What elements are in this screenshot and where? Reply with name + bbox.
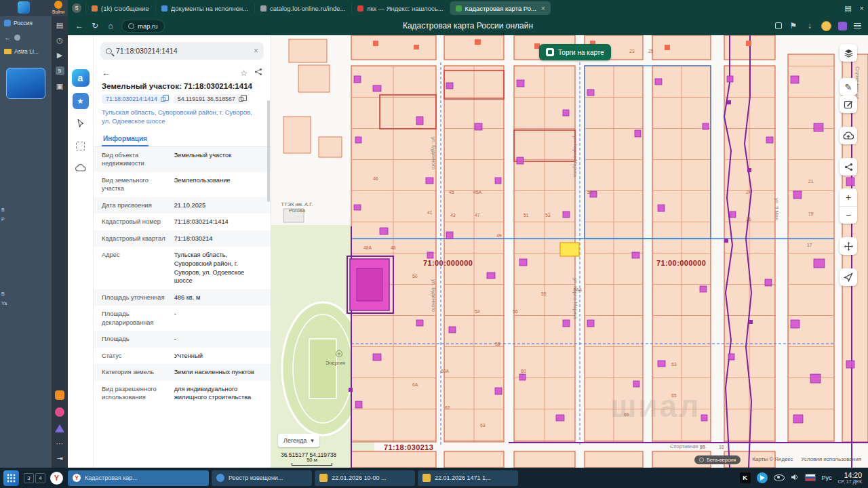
browser-tab[interactable]: catalog.lot-online.ru/inde... bbox=[254, 1, 351, 15]
torgi-button[interactable]: Торги на карте bbox=[539, 44, 611, 60]
logout-icon[interactable]: ⇥ bbox=[56, 455, 62, 462]
taskbar-window-button[interactable]: Реестр извещени... bbox=[212, 470, 312, 486]
tab-list-icon[interactable]: ▤ bbox=[844, 4, 851, 13]
profile-avatar[interactable] bbox=[821, 21, 831, 31]
triangle-app-icon[interactable] bbox=[55, 424, 64, 432]
tab-close-icon[interactable]: × bbox=[541, 5, 545, 12]
fm-refresh-icon[interactable] bbox=[14, 35, 20, 41]
language-label[interactable]: Рус bbox=[822, 474, 832, 481]
language-flag-icon[interactable] bbox=[805, 474, 816, 481]
rail-badge[interactable]: 5 bbox=[56, 66, 64, 75]
browser-tab[interactable]: Документы на исполнен... bbox=[155, 1, 254, 15]
notification-badge[interactable]: 5 bbox=[72, 3, 81, 13]
fm-bookmark-row[interactable]: Astra Li... bbox=[0, 45, 52, 58]
browser-tab[interactable]: (1k) Сообщение bbox=[85, 1, 155, 15]
tab-title: пкк — Яндекс: нашлось... bbox=[367, 5, 443, 12]
menu-icon[interactable] bbox=[854, 23, 861, 29]
pan-button[interactable] bbox=[840, 237, 857, 255]
bookmarks-icon[interactable]: ⚑ bbox=[789, 21, 798, 30]
map-area[interactable]: ул. Буденногоул. Буденногоул. Карла Марк… bbox=[271, 35, 868, 468]
copy-icon[interactable] bbox=[161, 97, 165, 102]
object-title: Земельный участок: 71:18:030214:1414 bbox=[94, 81, 271, 93]
clock-icon[interactable]: ◷ bbox=[56, 37, 63, 44]
start-button[interactable] bbox=[3, 470, 19, 486]
downloads-icon[interactable]: ↓ bbox=[805, 21, 814, 30]
draw-button[interactable]: ✎ bbox=[840, 78, 857, 96]
copy-icon[interactable] bbox=[239, 97, 243, 102]
login-widget[interactable]: Войти bbox=[50, 1, 66, 14]
taskbar-window-button[interactable]: YКадастровая кар... bbox=[68, 470, 209, 486]
info-value: Земельный участок bbox=[174, 151, 262, 168]
taskbar-window-favicon bbox=[422, 474, 431, 482]
info-value: Учтенный bbox=[174, 352, 262, 361]
layers-button[interactable] bbox=[840, 44, 857, 62]
terms-link[interactable]: Условия использования bbox=[801, 456, 861, 462]
beta-icon bbox=[699, 458, 704, 462]
site-logo[interactable]: a bbox=[72, 69, 90, 87]
object-address-link[interactable]: Тульская область, Суворовский район, г. … bbox=[94, 108, 271, 131]
back-icon[interactable]: ← bbox=[75, 21, 84, 30]
fm-back-icon[interactable]: ← bbox=[4, 33, 12, 41]
fm-location-row[interactable]: Россия bbox=[0, 16, 52, 30]
info-row: Вид разрешенного использованиядля индиви… bbox=[94, 381, 271, 406]
address-bar[interactable]: map.ru bbox=[121, 20, 165, 33]
clock[interactable]: 14:20 СР, 17 ДЕК bbox=[837, 471, 862, 485]
coordinates-chip[interactable]: 54.119191 36.518567 bbox=[174, 94, 248, 104]
torgi-label: Торги на карте bbox=[558, 49, 604, 56]
zoom-out-button[interactable]: − bbox=[840, 207, 857, 224]
cloud-tool-button[interactable] bbox=[73, 160, 89, 176]
browser-tab[interactable]: Кадастровая карта Ро...× bbox=[450, 1, 551, 15]
measure-tool-button[interactable] bbox=[73, 138, 89, 154]
panel-scrollbar[interactable] bbox=[267, 100, 270, 202]
locate-button[interactable] bbox=[840, 268, 857, 286]
workspace-cell[interactable]: 4 bbox=[35, 473, 45, 483]
workspace-cell[interactable]: 3 bbox=[24, 473, 34, 483]
fm-nav-row: ← bbox=[0, 30, 52, 45]
home-icon[interactable]: ⌂ bbox=[106, 21, 115, 30]
zoom-in-button[interactable]: + bbox=[840, 188, 857, 207]
copyright-label: Карты © Яндекс bbox=[752, 456, 793, 462]
browser-tab[interactable]: пкк — Яндекс: нашлось... bbox=[351, 1, 448, 15]
scale-line bbox=[292, 463, 332, 466]
extensions-icon[interactable] bbox=[775, 22, 782, 29]
upload-button[interactable] bbox=[840, 127, 857, 144]
volume-icon[interactable] bbox=[791, 472, 799, 484]
info-value: Землепользование bbox=[174, 176, 262, 193]
legend-button[interactable]: Легенда ▾ bbox=[278, 434, 319, 447]
panel-back-button[interactable]: ← bbox=[102, 68, 111, 78]
taskbar-browser-icon[interactable]: Y bbox=[50, 472, 63, 485]
gift-icon[interactable] bbox=[838, 22, 847, 30]
map-share-button[interactable] bbox=[840, 158, 857, 176]
favorite-icon[interactable]: ☆ bbox=[240, 68, 248, 78]
fm-selected-item[interactable] bbox=[6, 68, 45, 99]
favorites-tool-button[interactable]: ★ bbox=[73, 93, 89, 109]
play-icon[interactable]: ▶ bbox=[57, 52, 62, 59]
clear-search-icon[interactable]: × bbox=[254, 46, 258, 56]
share-icon[interactable] bbox=[254, 68, 262, 78]
refresh-icon[interactable]: ↻ bbox=[90, 21, 100, 30]
cadastral-number-chip[interactable]: 71:18:030214:1414 bbox=[102, 94, 170, 104]
clipboard-icon[interactable]: ▤ bbox=[56, 22, 63, 29]
info-value: Земли населенных пунктов bbox=[174, 368, 262, 377]
pan-icon bbox=[844, 241, 854, 251]
info-value: 486 кв. м bbox=[174, 293, 262, 302]
info-label: Вид земельного участка bbox=[102, 176, 174, 193]
screenshot-icon[interactable]: ▣ bbox=[56, 83, 63, 90]
info-label: Площадь декларированная bbox=[102, 310, 174, 327]
taskbar-window-button[interactable]: 22.01.2026 1471 1... bbox=[418, 470, 518, 486]
window-close-icon[interactable]: × bbox=[860, 4, 864, 12]
zoom-controls: + − bbox=[840, 188, 857, 224]
telegram-icon[interactable] bbox=[757, 472, 768, 483]
camera-app-icon[interactable] bbox=[55, 407, 64, 417]
tab-information[interactable]: Информация bbox=[102, 131, 149, 146]
app-icon-orange[interactable] bbox=[55, 390, 64, 400]
eye-icon[interactable] bbox=[774, 474, 785, 481]
taskbar-window-button[interactable]: 22.01.2026 10-00 ... bbox=[315, 470, 415, 486]
more-icon[interactable]: ⋯ bbox=[56, 440, 64, 447]
k-tray-icon[interactable]: K bbox=[740, 472, 751, 483]
search-box[interactable]: × bbox=[100, 42, 264, 60]
search-input[interactable] bbox=[116, 47, 250, 55]
desktop-app-icon[interactable] bbox=[18, 1, 30, 14]
edit-button[interactable] bbox=[840, 96, 857, 113]
pointer-tool-button[interactable] bbox=[73, 115, 89, 131]
